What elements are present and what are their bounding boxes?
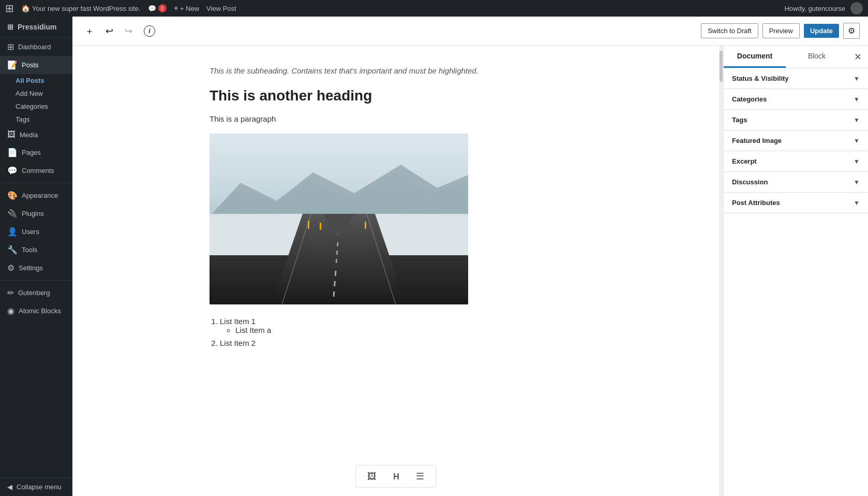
sidebar-item-plugins[interactable]: 🔌 Plugins xyxy=(0,205,72,223)
sidebar-item-atomic-blocks[interactable]: ◉ Atomic Blocks xyxy=(0,302,72,320)
image-block-tool[interactable]: 🖼 xyxy=(364,469,380,484)
sidebar-item-dashboard[interactable]: ⊞ Dashboard xyxy=(0,38,72,56)
dashboard-icon: ⊞ xyxy=(7,42,14,52)
admin-bar: ⊞ 🏠 Your new super fast WordPress site. … xyxy=(0,0,868,17)
list-item-1-text: List Item 1 xyxy=(220,317,256,326)
posts-icon: 📝 xyxy=(7,60,18,70)
sidebar-pages-label: Pages xyxy=(22,149,41,156)
toolbar-right: Switch to Draft Preview Update ⚙ xyxy=(701,23,860,39)
list-sub-item-a: List Item a xyxy=(235,326,582,334)
undo-button[interactable]: ↩ xyxy=(101,22,117,40)
right-panel: Document Block ✕ Status & Visibility ▼ xyxy=(723,46,868,496)
tags-header[interactable]: Tags ▼ xyxy=(724,110,868,130)
site-name-link[interactable]: 🏠 Your new super fast WordPress site. xyxy=(21,4,141,12)
sidebar-atomic-blocks-label: Atomic Blocks xyxy=(19,307,61,315)
editor-toolbar: ＋ ↩ ↪ i Switch to Draft Preview Update ⚙ xyxy=(72,17,868,46)
list-item-1: List Item 1 List Item a xyxy=(220,317,582,334)
comments-icon: 💬 xyxy=(148,5,156,12)
redo-button[interactable]: ↪ xyxy=(121,22,137,40)
sidebar-item-comments[interactable]: 💬 Comments xyxy=(0,162,72,180)
list-block-tool[interactable]: ☰ xyxy=(413,469,427,484)
chevron-down-icon: ▼ xyxy=(854,75,860,82)
home-icon: 🏠 xyxy=(21,4,30,12)
media-icon: 🖼 xyxy=(7,130,16,139)
update-button[interactable]: Update xyxy=(804,24,839,38)
sidebar-appearance-label: Appearance xyxy=(22,192,58,199)
content-area: ＋ ↩ ↪ i Switch to Draft Preview Update ⚙ xyxy=(72,17,868,496)
undo-icon: ↩ xyxy=(106,25,113,37)
new-content-link[interactable]: + + New xyxy=(174,4,200,13)
status-visibility-label: Status & Visibility xyxy=(732,75,789,82)
block-bottom-toolbar: 🖼 H ☰ xyxy=(355,465,436,488)
post-attributes-label: Post Attributes xyxy=(732,199,780,207)
sidebar-item-posts[interactable]: 📝 Posts xyxy=(0,56,72,74)
panel-section-tags: Tags ▼ xyxy=(724,110,868,130)
admin-bar-left: ⊞ 🏠 Your new super fast WordPress site. … xyxy=(5,3,778,13)
sidebar-sub-tags[interactable]: Tags xyxy=(0,113,72,126)
list-item-2-text: List Item 2 xyxy=(220,339,256,347)
sidebar-item-settings[interactable]: ⚙ Settings xyxy=(0,259,72,277)
settings-gear-icon: ⚙ xyxy=(848,26,855,35)
svg-rect-14 xyxy=(320,223,321,230)
heading-block-icon: H xyxy=(393,472,399,481)
heading-block-tool[interactable]: H xyxy=(390,469,402,484)
post-attributes-header[interactable]: Post Attributes ▼ xyxy=(724,193,868,213)
collapse-icon: ◀ xyxy=(7,483,12,491)
categories-header[interactable]: Categories ▼ xyxy=(724,89,868,109)
add-block-button[interactable]: ＋ xyxy=(81,22,98,40)
appearance-icon: 🎨 xyxy=(7,191,18,200)
editor-content[interactable]: This is the subheading. Contains text th… xyxy=(72,46,719,496)
info-button[interactable]: i xyxy=(140,22,159,40)
sidebar-sub-categories[interactable]: Categories xyxy=(0,100,72,113)
status-visibility-header[interactable]: Status & Visibility ▼ xyxy=(724,68,868,89)
redo-icon: ↪ xyxy=(125,25,132,37)
atomic-blocks-icon: ◉ xyxy=(7,306,14,316)
info-icon: i xyxy=(144,25,155,37)
image-block-icon: 🖼 xyxy=(367,471,377,482)
editor-panel-wrapper: This is the subheading. Contains text th… xyxy=(72,46,868,496)
switch-draft-button[interactable]: Switch to Draft xyxy=(701,23,758,38)
panel-close-button[interactable]: ✕ xyxy=(848,46,868,68)
discussion-header[interactable]: Discussion ▼ xyxy=(724,172,868,192)
editor-scrollbar[interactable] xyxy=(719,46,723,496)
chevron-down-icon-7: ▼ xyxy=(854,199,860,207)
sidebar-dashboard-label: Dashboard xyxy=(18,43,51,51)
view-post-link[interactable]: View Post xyxy=(206,5,236,12)
sidebar-item-appearance[interactable]: 🎨 Appearance xyxy=(0,186,72,205)
paragraph-text: This is a paragraph xyxy=(209,114,582,123)
collapse-menu-button[interactable]: ◀ Collapse menu xyxy=(0,477,72,496)
user-avatar xyxy=(850,2,863,14)
subheading-text: This is the subheading. Contains text th… xyxy=(209,66,582,75)
tab-document-label: Document xyxy=(737,52,772,60)
panel-section-excerpt: Excerpt ▼ xyxy=(724,151,868,172)
wordpress-logo-icon: ⊞ xyxy=(5,3,14,13)
sidebar-users-label: Users xyxy=(22,228,39,236)
tab-block[interactable]: Block xyxy=(786,46,848,68)
sidebar-item-media[interactable]: 🖼 Media xyxy=(0,126,72,143)
comments-link[interactable]: 💬 0 xyxy=(148,4,167,12)
sidebar-item-users[interactable]: 👤 Users xyxy=(0,223,72,241)
scrollbar-thumb xyxy=(720,51,723,82)
sidebar-sub-all-posts[interactable]: All Posts xyxy=(0,74,72,87)
sidebar-divider-2 xyxy=(0,280,72,281)
sidebar-item-tools[interactable]: 🔧 Tools xyxy=(0,241,72,259)
featured-image-header[interactable]: Featured Image ▼ xyxy=(724,130,868,151)
excerpt-header[interactable]: Excerpt ▼ xyxy=(724,151,868,171)
ordered-list: List Item 1 List Item a List Item 2 xyxy=(220,317,582,347)
svg-rect-13 xyxy=(308,221,309,229)
sidebar-sub-add-new[interactable]: Add New xyxy=(0,87,72,100)
list-block-icon: ☰ xyxy=(416,471,424,482)
tab-document[interactable]: Document xyxy=(724,46,786,68)
editor-content-inner: This is the subheading. Contains text th… xyxy=(209,66,582,347)
preview-button[interactable]: Preview xyxy=(762,23,800,38)
sidebar-item-pages[interactable]: 📄 Pages xyxy=(0,143,72,162)
editor-scroll-wrapper: This is the subheading. Contains text th… xyxy=(72,46,723,496)
collapse-label: Collapse menu xyxy=(17,483,62,491)
categories-label: Categories xyxy=(732,95,767,103)
editor-image-block[interactable] xyxy=(209,134,468,304)
panel-section-categories: Categories ▼ xyxy=(724,89,868,110)
featured-image-label: Featured Image xyxy=(732,137,782,144)
settings-panel-button[interactable]: ⚙ xyxy=(843,23,860,39)
sidebar-item-gutenberg[interactable]: ✏ Gutenberg xyxy=(0,284,72,302)
sidebar: ⊞ Pressidium ⊞ Dashboard 📝 Posts All Pos… xyxy=(0,17,72,496)
